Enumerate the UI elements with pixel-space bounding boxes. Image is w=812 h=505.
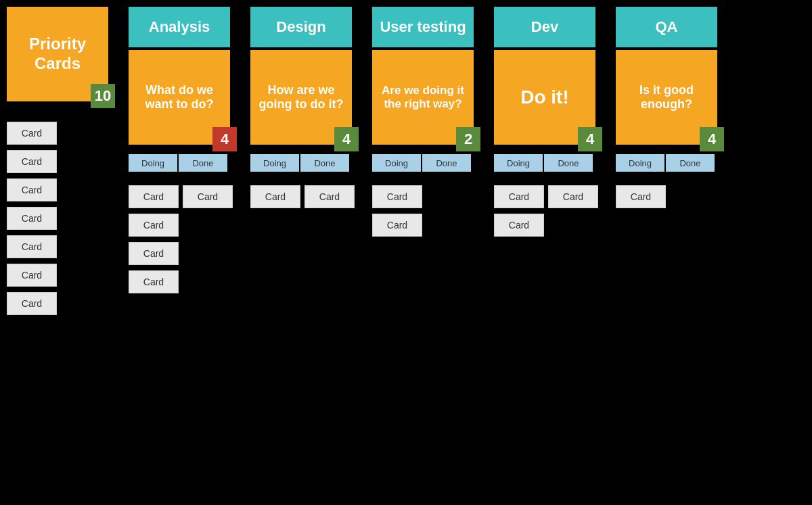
list-item[interactable]: Card (250, 185, 300, 208)
column-analysis: Analysis What do we want to do? 4 Doing … (129, 7, 244, 293)
column-dev: Dev Do it! 4 Doing Done Card Card Card (494, 7, 609, 237)
design-done-cards: Card (304, 185, 355, 208)
list-item[interactable]: Card (494, 185, 544, 208)
design-header-text: Design (276, 18, 325, 36)
list-item[interactable]: Card (7, 264, 57, 287)
qa-header-text: QA (656, 18, 678, 36)
usertesting-tile-wrapper: Are we doing it the right way? 2 (372, 50, 474, 145)
dev-subtabs: Doing Done (494, 154, 593, 172)
usertesting-cards-area: Card Card (372, 185, 422, 237)
qa-col-header: QA (616, 7, 717, 47)
kanban-board: Priority Cards 10 Card Card Card Card Ca… (0, 0, 812, 322)
dev-doing-tab[interactable]: Doing (494, 154, 543, 172)
design-badge: 4 (334, 127, 359, 151)
priority-header-wrapper: Priority Cards 10 (7, 7, 108, 101)
list-item[interactable]: Card (7, 292, 57, 315)
qa-tile-wrapper: Is it good enough? 4 (616, 50, 717, 145)
qa-done-tab[interactable]: Done (666, 154, 715, 172)
analysis-doing-tab[interactable]: Doing (129, 154, 177, 172)
qa-subtabs: Doing Done (616, 154, 715, 172)
analysis-col-header: Analysis (129, 7, 230, 47)
analysis-tile-wrapper: What do we want to do? 4 (129, 50, 230, 145)
dev-doing-cards: Card Card (494, 185, 544, 237)
dev-cards-area: Card Card Card (494, 185, 598, 237)
design-subtext: How are we going to do it? (256, 83, 346, 112)
design-doing-tab[interactable]: Doing (250, 154, 299, 172)
usertesting-done-tab[interactable]: Done (422, 154, 471, 172)
list-item[interactable]: Card (129, 242, 179, 265)
dev-done-tab[interactable]: Done (544, 154, 593, 172)
dev-tile-wrapper: Do it! 4 (494, 50, 595, 145)
analysis-done-cards: Card (183, 185, 233, 293)
column-priority: Priority Cards 10 Card Card Card Card Ca… (7, 7, 122, 315)
list-item[interactable]: Card (7, 178, 57, 201)
usertesting-doing-tab[interactable]: Doing (372, 154, 421, 172)
design-header-tile: How are we going to do it? 4 (250, 50, 352, 145)
analysis-doing-cards: Card Card Card Card (129, 185, 179, 293)
column-qa: QA Is it good enough? 4 Doing Done Card (616, 7, 731, 208)
qa-doing-cards: Card (616, 185, 666, 208)
design-done-tab[interactable]: Done (300, 154, 349, 172)
analysis-header-text: Analysis (149, 18, 210, 36)
list-item[interactable]: Card (7, 122, 57, 145)
list-item[interactable]: Card (616, 185, 666, 208)
qa-header-tile: Is it good enough? 4 (616, 50, 717, 145)
list-item[interactable]: Card (494, 214, 544, 237)
usertesting-header-text: User testing (380, 18, 466, 36)
design-tile-wrapper: How are we going to do it? 4 (250, 50, 352, 145)
dev-badge: 4 (578, 127, 602, 151)
list-item[interactable]: Card (7, 235, 57, 258)
design-col-header: Design (250, 7, 352, 47)
list-item[interactable]: Card (129, 214, 179, 237)
priority-badge: 10 (91, 84, 115, 108)
qa-badge: 4 (700, 127, 724, 151)
design-cards-area: Card Card (250, 185, 355, 208)
analysis-header-area: Analysis What do we want to do? 4 Doing … (129, 7, 230, 172)
dev-header-area: Dev Do it! 4 Doing Done (494, 7, 595, 172)
priority-cards-list: Card Card Card Card Card Card Card (7, 122, 57, 315)
list-item[interactable]: Card (372, 214, 422, 237)
usertesting-col-header: User testing (372, 7, 474, 47)
dev-subtext: Do it! (520, 87, 569, 108)
usertesting-doing-cards: Card Card (372, 185, 422, 237)
priority-header-text: Priority Cards (12, 34, 103, 74)
list-item[interactable]: Card (372, 185, 422, 208)
list-item[interactable]: Card (7, 207, 57, 230)
design-subtabs: Doing Done (250, 154, 349, 172)
list-item[interactable]: Card (304, 185, 355, 208)
usertesting-header-tile: Are we doing it the right way? 2 (372, 50, 474, 145)
design-header-area: Design How are we going to do it? 4 Doin… (250, 7, 352, 172)
list-item[interactable]: Card (7, 150, 57, 173)
dev-done-cards: Card (548, 185, 598, 237)
qa-cards-area: Card (616, 185, 666, 208)
dev-header-tile: Do it! 4 (494, 50, 595, 145)
usertesting-subtext: Are we doing it the right way? (378, 84, 468, 111)
list-item[interactable]: Card (129, 270, 179, 293)
analysis-badge: 4 (212, 127, 237, 151)
analysis-subtext: What do we want to do? (134, 83, 225, 112)
dev-header-text: Dev (531, 18, 558, 36)
qa-header-area: QA Is it good enough? 4 Doing Done (616, 7, 717, 172)
analysis-cards-area: Card Card Card Card Card (129, 185, 233, 293)
analysis-subtabs: Doing Done (129, 154, 227, 172)
column-usertesting: User testing Are we doing it the right w… (372, 7, 487, 237)
analysis-header-tile: What do we want to do? 4 (129, 50, 230, 145)
usertesting-subtabs: Doing Done (372, 154, 471, 172)
qa-subtext: Is it good enough? (621, 83, 712, 112)
list-item[interactable]: Card (548, 185, 598, 208)
analysis-done-tab[interactable]: Done (179, 154, 227, 172)
design-doing-cards: Card (250, 185, 300, 208)
dev-col-header: Dev (494, 7, 595, 47)
column-design: Design How are we going to do it? 4 Doin… (250, 7, 365, 208)
usertesting-badge: 2 (456, 127, 480, 151)
qa-doing-tab[interactable]: Doing (616, 154, 664, 172)
usertesting-header-area: User testing Are we doing it the right w… (372, 7, 474, 172)
list-item[interactable]: Card (183, 185, 233, 208)
list-item[interactable]: Card (129, 185, 179, 208)
priority-header-tile: Priority Cards 10 (7, 7, 108, 101)
